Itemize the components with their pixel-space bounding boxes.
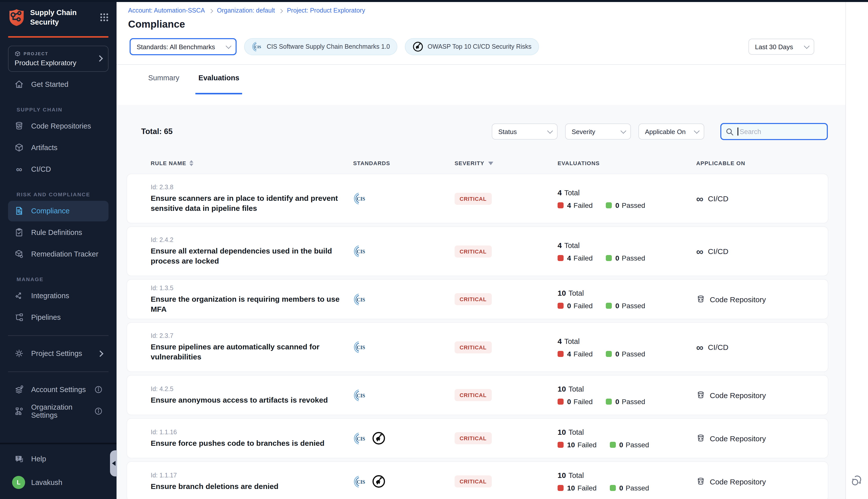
chevron-down-icon xyxy=(694,128,700,134)
rule-name-cell: Id: 2.3.7 Ensure pipelines are automatic… xyxy=(151,332,353,362)
applicable-on-cell: ∞ CI/CD xyxy=(696,342,828,352)
table-row[interactable]: Id: 1.1.16 Ensure force pushes code to b… xyxy=(127,419,828,458)
table-row[interactable]: Id: 1.1.17 Ensure branch deletions are d… xyxy=(127,462,828,499)
table-row[interactable]: Id: 1.3.5 Ensure the organization is req… xyxy=(127,280,828,319)
severity-cell: CRITICAL xyxy=(455,475,557,487)
rule-name: Ensure force pushes code to branches is … xyxy=(151,438,344,448)
breadcrumb-organization-link[interactable]: Organization: default xyxy=(217,7,275,14)
tab-summary[interactable]: Summary xyxy=(145,73,182,94)
sidebar-item-remediation-tracker[interactable]: Remediation Tracker xyxy=(8,244,108,264)
section-heading-manage: MANAGE xyxy=(16,276,108,282)
sidebar-item-integrations[interactable]: Integrations xyxy=(8,285,108,306)
owasp-logo-icon xyxy=(413,41,424,52)
sidebar-item-compliance[interactable]: Compliance xyxy=(8,200,108,221)
code-repository-icon xyxy=(696,477,705,486)
project-selector[interactable]: PROJECT Product Exploratory xyxy=(8,46,108,72)
sidebar-item-project-settings[interactable]: Project Settings xyxy=(8,343,108,364)
project-box-icon xyxy=(14,50,21,57)
severity-filter-select[interactable]: Severity xyxy=(565,123,631,139)
table-row[interactable]: Id: 2.4.2 Ensure all external dependenci… xyxy=(127,227,828,276)
svg-text:CIS: CIS xyxy=(357,249,365,254)
sidebar-item-rule-definitions[interactable]: Rule Definitions xyxy=(8,222,108,243)
divider xyxy=(8,335,108,336)
user-menu[interactable]: L Lavakush xyxy=(8,471,108,494)
standards-cell: CIS xyxy=(353,431,455,445)
brand-accent-rule xyxy=(8,36,108,37)
total-count: Total: 65 xyxy=(141,127,172,136)
sort-icon[interactable] xyxy=(189,160,193,166)
sidebar-item-label: Artifacts xyxy=(31,144,58,151)
tab-evaluations[interactable]: Evaluations xyxy=(195,73,242,94)
table-row[interactable]: Id: 2.3.7 Ensure pipelines are automatic… xyxy=(127,323,828,372)
cis-logo-icon: CIS xyxy=(353,340,367,354)
sidebar-collapse-handle[interactable] xyxy=(110,450,117,476)
svg-text:CIS: CIS xyxy=(357,345,365,350)
owasp-logo-icon xyxy=(372,474,386,488)
breadcrumb: Account: Automation-SSCA Organization: d… xyxy=(128,7,846,14)
chip-label: CIS Software Supply Chain Benchmarks 1.0 xyxy=(267,43,390,50)
account-settings-layers-icon xyxy=(14,385,24,394)
sidebar-item-account-settings[interactable]: Account Settings xyxy=(8,379,108,400)
svg-text:CIS: CIS xyxy=(357,196,365,202)
home-icon xyxy=(14,79,24,89)
rule-name: Ensure scanners are in place to identify… xyxy=(151,193,344,214)
table-row[interactable]: Id: 4.2.5 Ensure anonymous access to art… xyxy=(127,376,828,415)
severity-filter-label: Severity xyxy=(571,128,595,135)
app-switcher-grid-icon[interactable] xyxy=(100,13,108,22)
standards-select-value: Standards: All Benchmarks xyxy=(137,43,215,50)
sidebar-item-pipelines[interactable]: Pipelines xyxy=(8,307,108,328)
sort-descending-icon[interactable] xyxy=(488,161,493,165)
chat-support-icon[interactable] xyxy=(851,474,864,487)
evaluations-cell: 4Total 4Failed 0Passed xyxy=(557,241,696,262)
owasp-logo-icon xyxy=(372,431,386,445)
column-header-evaluations: EVALUATIONS xyxy=(557,160,696,166)
help-chat-icon: ? xyxy=(14,453,24,464)
organization-settings-icon xyxy=(14,406,24,416)
standards-cell: CIS xyxy=(353,192,455,205)
sidebar-item-cicd[interactable]: ∞ CI/CD xyxy=(8,159,108,180)
rule-id: Id: 1.1.17 xyxy=(151,472,353,479)
column-header-rule-name[interactable]: RULE NAME xyxy=(151,160,353,166)
chevron-right-icon xyxy=(97,350,103,357)
applicable-on-cell: Code Repository xyxy=(696,295,828,304)
sidebar-item-label: Organization Settings xyxy=(31,403,94,419)
breadcrumb-project-link[interactable]: Project: Product Exploratory xyxy=(287,7,365,14)
rule-name: Ensure pipelines are automatically scann… xyxy=(151,342,344,362)
info-icon[interactable] xyxy=(94,407,103,415)
sidebar-item-organization-settings[interactable]: Organization Settings xyxy=(8,401,108,422)
rule-name-cell: Id: 2.4.2 Ensure all external dependenci… xyxy=(151,236,353,266)
chevron-right-icon xyxy=(96,56,103,62)
info-icon[interactable] xyxy=(94,386,103,393)
svg-text:CIS: CIS xyxy=(357,436,365,441)
chevron-down-icon xyxy=(620,128,626,134)
column-header-severity[interactable]: SEVERITY xyxy=(455,160,557,166)
severity-badge: CRITICAL xyxy=(455,432,492,444)
search-input[interactable] xyxy=(739,128,823,135)
text-caret xyxy=(737,127,738,135)
passed-indicator xyxy=(606,351,612,357)
status-filter-select[interactable]: Status xyxy=(492,123,557,139)
pipelines-icon xyxy=(14,312,24,322)
compliance-doc-search-icon xyxy=(14,206,24,216)
sidebar-item-get-started[interactable]: Get Started xyxy=(8,74,108,95)
severity-cell: CRITICAL xyxy=(455,432,557,444)
table-row[interactable]: Id: 2.3.8 Ensure scanners are in place t… xyxy=(127,174,828,223)
applicable-on-value: Code Repository xyxy=(710,391,766,399)
sidebar-item-help[interactable]: ? Help xyxy=(8,448,108,469)
owasp-chip[interactable]: OWASP Top 10 CI/CD Security Risks xyxy=(405,38,539,55)
standards-cell: CIS xyxy=(353,244,455,258)
sidebar-item-code-repositories[interactable]: Code Repositories xyxy=(8,116,108,136)
failed-indicator xyxy=(557,255,564,261)
project-name: Product Exploratory xyxy=(14,59,97,66)
gear-icon xyxy=(14,349,24,358)
breadcrumb-account-link[interactable]: Account: Automation-SSCA xyxy=(128,7,205,14)
cis-logo-icon: CIS xyxy=(353,388,367,402)
sidebar-footer: ? Help L Lavakush xyxy=(0,443,117,499)
applicable-on-filter-select[interactable]: Applicable On xyxy=(638,123,704,139)
cis-benchmark-chip[interactable]: CIS CIS Software Supply Chain Benchmarks… xyxy=(244,38,398,55)
sidebar-item-artifacts[interactable]: Artifacts xyxy=(8,137,108,158)
date-range-select[interactable]: Last 30 Days xyxy=(748,39,814,55)
rule-name-cell: Id: 1.3.5 Ensure the organization is req… xyxy=(151,284,353,314)
standards-select[interactable]: Standards: All Benchmarks xyxy=(130,38,237,55)
brand: Supply Chain Security xyxy=(0,0,117,32)
